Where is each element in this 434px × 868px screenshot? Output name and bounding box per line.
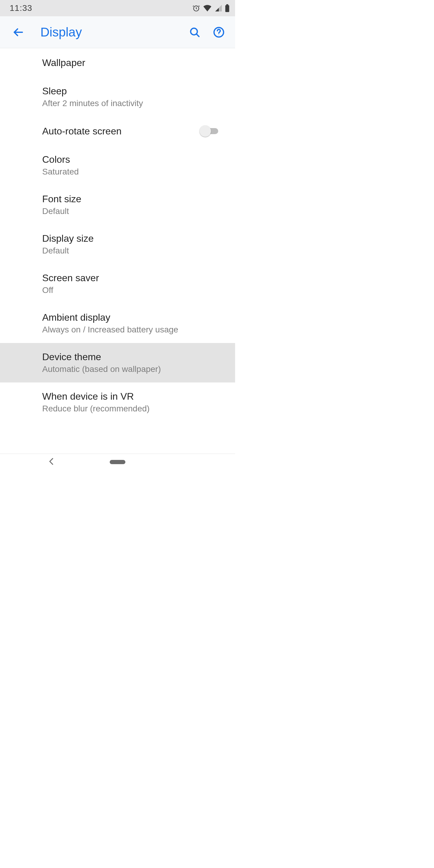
item-colors[interactable]: ColorsSaturated: [0, 146, 235, 185]
wifi-icon: [203, 5, 212, 11]
item-text: Wallpaper: [42, 57, 223, 68]
item-ambient-display[interactable]: Ambient displayAlways on / Increased bat…: [0, 304, 235, 343]
svg-line-5: [196, 34, 199, 36]
item-screen-saver[interactable]: Screen saverOff: [0, 264, 235, 304]
item-text: Ambient displayAlways on / Increased bat…: [42, 312, 223, 335]
nav-back-button[interactable]: [48, 458, 54, 466]
item-title: Colors: [42, 154, 223, 165]
item-title: Wallpaper: [42, 57, 223, 68]
item-title: Font size: [42, 193, 223, 205]
item-device-theme[interactable]: Device themeAutomatic (based on wallpape…: [0, 343, 235, 382]
cell-signal-icon: [215, 5, 222, 11]
chevron-left-icon: [48, 458, 54, 465]
status-icons: [192, 4, 230, 12]
item-title: Auto-rotate screen: [42, 126, 199, 137]
item-subtitle: Reduce blur (recommended): [42, 404, 223, 413]
nav-bar: [0, 454, 235, 470]
search-button[interactable]: [186, 24, 203, 41]
item-subtitle: Default: [42, 246, 223, 255]
item-title: Device theme: [42, 351, 223, 363]
switch-thumb: [199, 125, 211, 137]
item-subtitle: Always on / Increased battery usage: [42, 325, 223, 335]
item-wallpaper[interactable]: Wallpaper: [0, 48, 235, 77]
help-icon: [213, 27, 224, 38]
back-button[interactable]: [11, 25, 25, 39]
search-icon: [189, 27, 200, 38]
page-title: Display: [40, 25, 179, 39]
svg-rect-2: [226, 4, 228, 5]
app-bar: Display: [0, 16, 235, 48]
toggle-switch[interactable]: [199, 125, 220, 137]
item-text: When device is in VRReduce blur (recomme…: [42, 391, 223, 413]
item-display-size[interactable]: Display sizeDefault: [0, 224, 235, 264]
status-bar: 11:33: [0, 0, 235, 16]
item-title: Sleep: [42, 86, 223, 97]
item-text: SleepAfter 2 minutes of inactivity: [42, 86, 223, 108]
alarm-icon: [192, 4, 200, 12]
item-subtitle: After 2 minutes of inactivity: [42, 98, 223, 108]
item-font-size[interactable]: Font sizeDefault: [0, 185, 235, 224]
item-subtitle: Automatic (based on wallpaper): [42, 364, 223, 374]
item-vr[interactable]: When device is in VRReduce blur (recomme…: [0, 382, 235, 422]
item-text: Auto-rotate screen: [42, 126, 199, 137]
item-text: Display sizeDefault: [42, 233, 223, 255]
help-button[interactable]: [210, 24, 227, 41]
item-text: Font sizeDefault: [42, 193, 223, 216]
svg-rect-1: [225, 5, 229, 12]
item-subtitle: Off: [42, 285, 223, 295]
arrow-left-icon: [12, 27, 24, 38]
item-text: ColorsSaturated: [42, 154, 223, 177]
item-text: Device themeAutomatic (based on wallpape…: [42, 351, 223, 374]
item-title: Display size: [42, 233, 223, 244]
item-auto-rotate[interactable]: Auto-rotate screen: [0, 117, 235, 146]
item-title: When device is in VR: [42, 391, 223, 402]
item-subtitle: Saturated: [42, 167, 223, 177]
svg-point-7: [218, 34, 219, 35]
item-subtitle: Default: [42, 207, 223, 216]
battery-icon: [225, 4, 230, 12]
item-sleep[interactable]: SleepAfter 2 minutes of inactivity: [0, 77, 235, 117]
nav-home-pill[interactable]: [110, 460, 125, 464]
settings-list: WallpaperSleepAfter 2 minutes of inactiv…: [0, 48, 235, 454]
status-time: 11:33: [10, 3, 32, 13]
item-title: Screen saver: [42, 273, 223, 284]
item-text: Screen saverOff: [42, 273, 223, 295]
item-title: Ambient display: [42, 312, 223, 323]
